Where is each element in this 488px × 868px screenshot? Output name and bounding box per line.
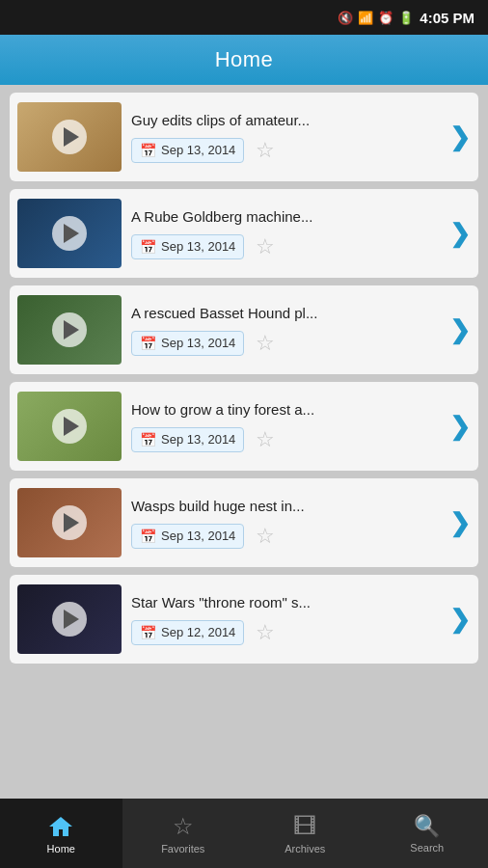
status-bar: 🔇 📶 ⏰ 🔋 4:05 PM [0, 0, 488, 35]
alarm-icon: ⏰ [378, 11, 393, 25]
video-list: Guy edits clips of amateur... 📅 Sep 13, … [0, 85, 488, 799]
date-badge: 📅 Sep 13, 2014 [131, 331, 244, 356]
card-meta: 📅 Sep 13, 2014 ☆ [131, 524, 440, 549]
battery-icon: 🔋 [398, 11, 414, 25]
status-icons: 🔇 📶 ⏰ 🔋 [338, 11, 414, 25]
favorite-star[interactable]: ☆ [256, 331, 275, 356]
video-card[interactable]: A rescued Basset Hound pl... 📅 Sep 13, 2… [10, 285, 478, 374]
card-info: Star Wars "throne room" s... 📅 Sep 12, 2… [131, 593, 440, 645]
nav-home[interactable]: Home [0, 799, 122, 868]
video-date: Sep 13, 2014 [161, 529, 235, 543]
home-icon [47, 813, 74, 840]
video-thumbnail [17, 295, 122, 365]
status-time: 4:05 PM [420, 10, 474, 26]
date-badge: 📅 Sep 12, 2014 [131, 620, 244, 645]
nav-archives[interactable]: 🎞 Archives [244, 799, 366, 868]
date-badge: 📅 Sep 13, 2014 [131, 427, 244, 452]
play-triangle-icon [64, 610, 79, 629]
favorites-icon: ☆ [173, 813, 194, 840]
video-date: Sep 13, 2014 [161, 336, 235, 350]
card-meta: 📅 Sep 12, 2014 ☆ [131, 620, 440, 645]
video-thumbnail [17, 199, 122, 268]
archives-icon: 🎞 [293, 813, 316, 840]
play-triangle-icon [64, 320, 79, 339]
card-info: Wasps build huge nest in... 📅 Sep 13, 20… [131, 497, 440, 549]
page-title: Home [215, 47, 274, 72]
chevron-right-icon: ❯ [449, 605, 471, 635]
nav-home-label: Home [47, 843, 75, 854]
nav-favorites[interactable]: ☆ Favorites [122, 799, 245, 868]
play-button[interactable] [52, 216, 87, 251]
video-date: Sep 13, 2014 [161, 143, 235, 157]
video-thumbnail [17, 488, 122, 557]
favorite-star[interactable]: ☆ [256, 138, 275, 163]
nav-search-label: Search [410, 842, 444, 854]
card-info: How to grow a tiny forest a... 📅 Sep 13,… [131, 400, 440, 452]
video-card[interactable]: Wasps build huge nest in... 📅 Sep 13, 20… [10, 478, 478, 567]
video-title: How to grow a tiny forest a... [131, 400, 440, 420]
card-meta: 📅 Sep 13, 2014 ☆ [131, 234, 440, 259]
play-button[interactable] [52, 409, 87, 444]
bottom-navigation: Home ☆ Favorites 🎞 Archives 🔍 Search [0, 799, 488, 868]
play-triangle-icon [64, 224, 79, 243]
app-header: Home [0, 35, 488, 85]
video-title: Guy edits clips of amateur... [131, 111, 440, 130]
video-thumbnail [17, 392, 122, 461]
search-icon: 🔍 [414, 814, 440, 839]
calendar-icon: 📅 [140, 432, 156, 448]
video-date: Sep 13, 2014 [161, 432, 235, 447]
video-card[interactable]: Star Wars "throne room" s... 📅 Sep 12, 2… [10, 575, 478, 664]
video-date: Sep 12, 2014 [161, 625, 235, 639]
play-triangle-icon [64, 513, 79, 532]
chevron-right-icon: ❯ [449, 122, 471, 152]
calendar-icon: 📅 [140, 336, 156, 351]
video-card[interactable]: How to grow a tiny forest a... 📅 Sep 13,… [10, 382, 478, 471]
calendar-icon: 📅 [140, 143, 156, 158]
date-badge: 📅 Sep 13, 2014 [131, 138, 244, 163]
calendar-icon: 📅 [140, 239, 156, 255]
play-triangle-icon [64, 127, 79, 147]
card-meta: 📅 Sep 13, 2014 ☆ [131, 427, 440, 452]
nav-archives-label: Archives [285, 843, 325, 854]
calendar-icon: 📅 [140, 529, 156, 544]
play-button[interactable] [52, 505, 87, 540]
mute-icon: 🔇 [338, 11, 353, 25]
chevron-right-icon: ❯ [449, 508, 471, 538]
card-info: A rescued Basset Hound pl... 📅 Sep 13, 2… [131, 304, 440, 356]
chevron-right-icon: ❯ [449, 412, 471, 442]
card-meta: 📅 Sep 13, 2014 ☆ [131, 138, 440, 163]
chevron-right-icon: ❯ [449, 315, 471, 345]
video-thumbnail [17, 102, 122, 172]
play-button[interactable] [52, 602, 87, 637]
video-date: Sep 13, 2014 [161, 239, 235, 254]
favorite-star[interactable]: ☆ [256, 620, 275, 645]
nav-search[interactable]: 🔍 Search [366, 799, 489, 868]
calendar-icon: 📅 [140, 625, 156, 640]
date-badge: 📅 Sep 13, 2014 [131, 234, 244, 259]
card-info: A Rube Goldberg machine... 📅 Sep 13, 201… [131, 207, 440, 259]
video-title: A Rube Goldberg machine... [131, 207, 440, 227]
date-badge: 📅 Sep 13, 2014 [131, 524, 244, 549]
video-title: Wasps build huge nest in... [131, 497, 440, 516]
favorite-star[interactable]: ☆ [256, 427, 275, 452]
card-meta: 📅 Sep 13, 2014 ☆ [131, 331, 440, 356]
favorite-star[interactable]: ☆ [256, 234, 275, 259]
favorite-star[interactable]: ☆ [256, 524, 275, 549]
video-card[interactable]: A Rube Goldberg machine... 📅 Sep 13, 201… [10, 189, 478, 278]
play-button[interactable] [52, 120, 87, 154]
play-button[interactable] [52, 312, 87, 347]
chevron-right-icon: ❯ [449, 219, 471, 249]
wifi-icon: 📶 [358, 11, 373, 25]
video-card[interactable]: Guy edits clips of amateur... 📅 Sep 13, … [10, 93, 478, 181]
card-info: Guy edits clips of amateur... 📅 Sep 13, … [131, 111, 440, 163]
play-triangle-icon [64, 417, 79, 436]
video-thumbnail [17, 584, 122, 654]
nav-favorites-label: Favorites [161, 843, 204, 854]
video-title: Star Wars "throne room" s... [131, 593, 440, 612]
video-title: A rescued Basset Hound pl... [131, 304, 440, 323]
